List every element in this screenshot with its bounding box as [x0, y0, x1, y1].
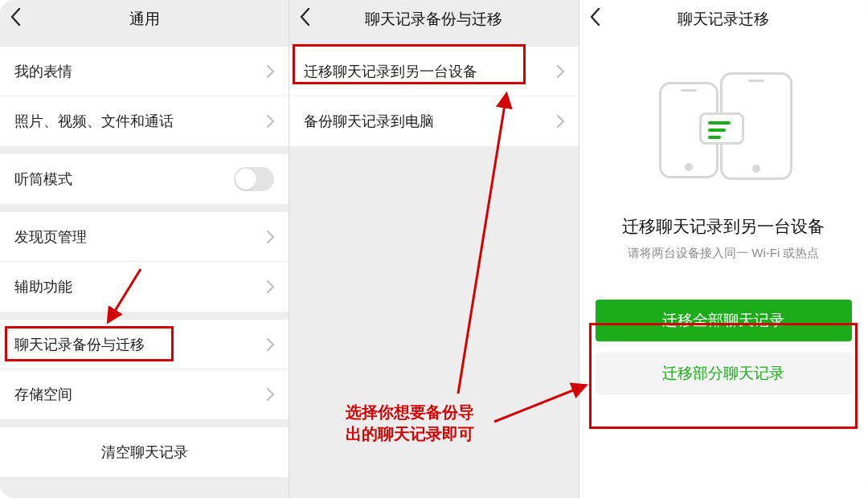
row-backup-pc[interactable]: 备份聊天记录到电脑 [289, 96, 578, 146]
row-label: 清空聊天记录 [101, 443, 188, 462]
panel-general: 通用 我的表情 照片、视频、文件和通话 听筒模式 发现页管理 [0, 0, 289, 498]
chevron-left-icon [299, 8, 310, 31]
chevron-right-icon [267, 65, 274, 78]
panel-migrate: 聊天记录迁移 迁移聊天记录到另一台设备 请将两台设备接入同一 Wi-Fi 或热点… [579, 0, 868, 498]
page-title: 通用 [129, 9, 160, 30]
chat-bubble-icon [699, 112, 744, 145]
row-discover[interactable]: 发现页管理 [0, 212, 289, 262]
row-label: 照片、视频、文件和通话 [14, 112, 174, 131]
button-label: 迁移部分聊天记录 [662, 363, 784, 384]
row-label: 我的表情 [14, 62, 72, 81]
chevron-right-icon [267, 115, 274, 128]
row-label: 听筒模式 [14, 169, 72, 189]
chevron-right-icon [557, 65, 564, 78]
annotation-note: 选择你想要备份导 出的聊天记录即可 [346, 402, 474, 445]
page-title: 聊天记录迁移 [678, 9, 769, 30]
annotation-note-line: 出的聊天记录即可 [346, 423, 474, 445]
annotation-note-line: 选择你想要备份导 [346, 402, 474, 423]
back-button[interactable] [589, 0, 600, 39]
row-migrate-device[interactable]: 迁移聊天记录到另一台设备 [289, 47, 578, 96]
chevron-left-icon [10, 8, 21, 31]
migrate-subtext: 请将两台设备接入同一 Wi-Fi 或热点 [628, 246, 819, 261]
chevron-right-icon [267, 231, 274, 243]
chevron-right-icon [557, 115, 564, 128]
migrate-illustration [643, 72, 804, 185]
row-media[interactable]: 照片、视频、文件和通话 [0, 96, 289, 146]
toggle-earpiece[interactable] [234, 167, 274, 191]
migrate-all-button[interactable]: 迁移全部聊天记录 [596, 300, 852, 341]
row-label: 存储空间 [14, 385, 72, 404]
row-stickers[interactable]: 我的表情 [0, 47, 289, 96]
chevron-right-icon [267, 280, 274, 293]
row-label: 迁移聊天记录到另一台设备 [304, 62, 477, 81]
back-button[interactable] [10, 0, 21, 39]
row-assist[interactable]: 辅助功能 [0, 262, 289, 312]
button-label: 迁移全部聊天记录 [662, 310, 784, 331]
row-label: 聊天记录备份与迁移 [14, 335, 145, 354]
button-area: 迁移全部聊天记录 迁移部分聊天记录 [579, 300, 868, 394]
row-storage[interactable]: 存储空间 [0, 369, 289, 419]
chevron-left-icon [589, 8, 600, 31]
row-backup[interactable]: 聊天记录备份与迁移 [0, 320, 289, 369]
migrate-heading: 迁移聊天记录到另一台设备 [622, 215, 825, 238]
header-migrate: 聊天记录迁移 [579, 0, 868, 39]
row-label: 辅助功能 [14, 277, 72, 296]
header-general: 通用 [0, 0, 289, 39]
page-title: 聊天记录备份与迁移 [365, 9, 502, 30]
header-backup: 聊天记录备份与迁移 [289, 0, 578, 39]
migrate-partial-button[interactable]: 迁移部分聊天记录 [596, 353, 852, 394]
row-clear[interactable]: 清空聊天记录 [0, 427, 289, 477]
row-label: 发现页管理 [14, 227, 87, 247]
panel-backup-migrate: 聊天记录备份与迁移 迁移聊天记录到另一台设备 备份聊天记录到电脑 选择你想要备份… [289, 0, 578, 498]
chevron-right-icon [267, 388, 274, 401]
row-label: 备份聊天记录到电脑 [304, 112, 434, 131]
chevron-right-icon [267, 338, 274, 351]
back-button[interactable] [299, 0, 310, 39]
row-earpiece[interactable]: 听筒模式 [0, 154, 289, 204]
